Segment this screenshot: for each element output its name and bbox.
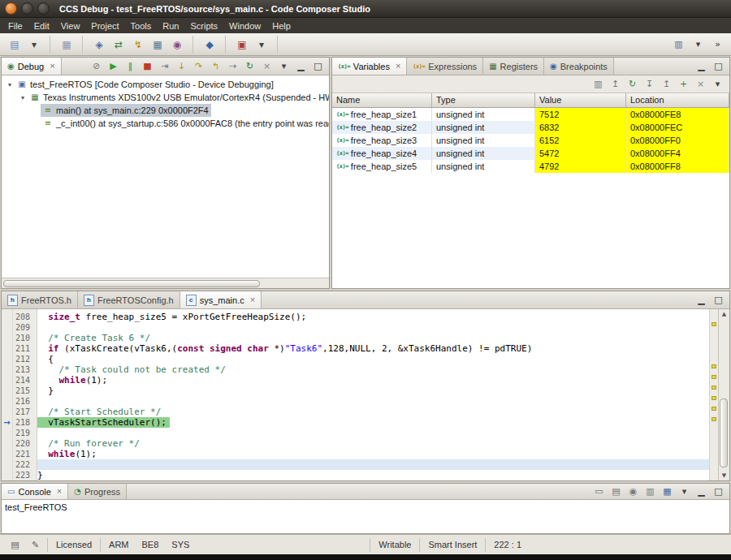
show-type-names-button[interactable]: ▥ [590,76,606,92]
menu-view[interactable]: View [55,19,86,32]
code-line[interactable]: while(1); [37,375,709,386]
new-file-button[interactable]: ▤ [6,36,24,54]
occurrence-marker[interactable] [712,407,716,411]
expander-icon[interactable]: ▾ [5,81,15,88]
variable-row[interactable]: (x)=free_heap_size3unsigned int61520x080… [332,134,729,147]
console-output[interactable]: test_FreeRTOS [2,500,729,533]
code-line[interactable] [37,396,709,407]
variable-row[interactable]: (x)=free_heap_size5unsigned int47920x080… [332,160,729,173]
instruction-step-button[interactable]: ⇢ [225,58,240,74]
menu-run[interactable]: Run [157,19,184,32]
maximize-button[interactable]: □ [711,292,726,308]
scroll-up-icon[interactable]: ▲ [719,309,729,319]
editor-vertical-scrollbar[interactable]: ▲ ▼ [718,309,729,480]
occurrence-marker[interactable] [712,386,716,390]
restart-button[interactable]: ↻ [242,58,257,74]
watchpoint-button[interactable]: ◉ [168,36,186,54]
minimize-button[interactable]: ▁ [694,292,709,308]
fast-view-button[interactable]: ▤ [7,537,23,553]
overflow-button[interactable]: » [710,37,725,52]
menu-scripts[interactable]: Scripts [184,19,223,32]
minimize-button[interactable]: ▁ [694,484,709,499]
external-tools-button[interactable]: ▣ [233,36,251,54]
code-line[interactable] [37,322,709,333]
close-tab-icon[interactable]: × [250,295,255,304]
code-line[interactable]: /* Start Scheduler */ [37,407,709,417]
connect-button[interactable]: ⇄ [110,36,128,54]
occurrence-marker[interactable] [712,322,716,326]
code-line[interactable]: } [37,470,709,480]
bookmark-button[interactable]: ◆ [201,36,218,54]
view-menu-button[interactable]: ▾ [276,58,292,74]
maximize-button[interactable]: □ [711,58,726,74]
code-line[interactable] [37,459,709,470]
variables-tab-variables[interactable]: (x)=Variables× [332,58,407,75]
export-button[interactable]: ↥ [659,76,674,92]
occurrence-marker[interactable] [712,417,716,421]
editor-tab-freertos-h[interactable]: hFreeRTOS.h [2,291,78,308]
code-line[interactable]: { [37,354,709,364]
debug-horizontal-scrollbar[interactable] [2,278,329,288]
scroll-down-icon[interactable]: ▼ [719,471,729,480]
add-watch-button[interactable]: + [676,76,691,92]
code-line[interactable]: vTaskStartScheduler(); [37,417,709,428]
resume-button[interactable]: ▶ [106,58,121,74]
variables-tab-registers[interactable]: ▦Registers [483,58,544,75]
debug-tree-row[interactable]: ▾▣test_FreeRTOS [Code Composer Studio - … [2,78,329,91]
save-button[interactable]: ▦ [58,36,76,54]
variables-tab-expressions[interactable]: (x)=Expressions [407,58,483,75]
view-menu-button[interactable]: ▾ [710,76,725,92]
step-into-button[interactable]: ↓ [174,58,189,74]
column-header-location[interactable]: Location [626,93,729,107]
refresh-button[interactable]: ↻ [625,76,640,92]
scroll-lock-button[interactable]: ▤ [608,484,624,499]
editor-tab-freertosconfig-h[interactable]: hFreeRTOSConfig.h [78,291,180,308]
menu-tools[interactable]: Tools [125,19,158,32]
debug-tree-row[interactable]: ≡_c_int00() at sys_startup.c:586 0x0000F… [2,117,329,130]
code-line[interactable] [37,428,709,438]
expander-icon[interactable]: ▾ [18,94,28,101]
editor-tab-sys-main-c[interactable]: csys_main.c× [180,291,262,308]
menu-help[interactable]: Help [266,19,296,32]
memory-button[interactable]: ▦ [149,36,167,54]
terminate-button[interactable]: ■ [140,58,155,74]
menu-edit[interactable]: Edit [28,19,55,32]
console-tab-progress[interactable]: ◔Progress [68,484,127,499]
menu-file[interactable]: File [2,19,28,32]
occurrence-marker[interactable] [712,364,716,368]
annotation-ruler[interactable]: → [2,309,13,480]
column-header-type[interactable]: Type [432,93,535,107]
code-line[interactable]: while(1); [37,449,709,459]
code-line[interactable]: } [37,386,709,396]
occurrence-marker[interactable] [712,396,716,400]
remove-all-button[interactable]: × [259,58,275,74]
variable-row[interactable]: (x)=free_heap_size4unsigned int54720x080… [332,147,729,160]
step-return-button[interactable]: ↰ [208,58,223,74]
code-line[interactable]: /* Task could not be created */ [37,364,709,375]
code-area[interactable]: size_t free_heap_size5 = xPortGetFreeHea… [37,309,709,480]
close-tab-icon[interactable]: × [50,62,54,71]
skip-breakpoints-button[interactable]: ⊘ [89,58,104,74]
code-line[interactable]: /* Create Task 6 */ [37,333,709,343]
menu-project[interactable]: Project [85,19,124,32]
close-tab-icon[interactable]: × [396,62,400,71]
variable-row[interactable]: (x)=free_heap_size2unsigned int68320x080… [332,121,729,134]
titlebar[interactable]: CCS Debug - test_FreeRTOS/source/sys_mai… [0,0,731,18]
occurrence-marker[interactable] [712,375,716,379]
collapse-all-button[interactable]: ↥ [608,76,623,92]
minimize-button[interactable]: ▁ [694,58,709,74]
console-tab-console[interactable]: ▭Console× [2,484,68,499]
debug-config-button[interactable]: ◈ [90,36,108,54]
code-line[interactable]: size_t free_heap_size5 = xPortGetFreeHea… [37,312,709,322]
column-header-value[interactable]: Value [535,93,626,107]
edit-mode-button[interactable]: ✎ [28,537,43,553]
variable-row[interactable]: (x)=free_heap_size1unsigned int75120x080… [332,108,729,121]
minimize-button[interactable]: ▁ [293,58,309,74]
flash-button[interactable]: ↯ [129,36,147,54]
minimize-window-button[interactable] [21,2,33,15]
scrollbar-thumb[interactable] [3,280,260,287]
remove-button[interactable]: × [693,76,708,92]
step-over-button[interactable]: ↷ [191,58,206,74]
close-tab-icon[interactable]: × [57,487,62,496]
maximize-button[interactable]: □ [310,58,326,74]
